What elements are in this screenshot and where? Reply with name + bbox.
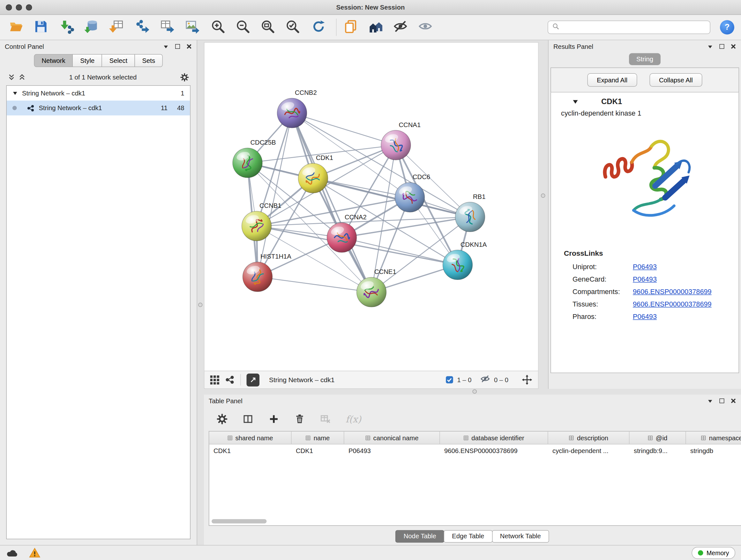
table-cell[interactable]: 9606.ENSP00000378699 bbox=[440, 447, 548, 455]
panel-close-button[interactable] bbox=[731, 44, 736, 50]
birds-eye-view-button[interactable] bbox=[210, 375, 219, 384]
tab-network[interactable]: Network bbox=[34, 54, 73, 67]
add-column-button[interactable] bbox=[268, 414, 280, 425]
collapse-section-icon[interactable] bbox=[572, 99, 578, 105]
tab-network-table[interactable]: Network Table bbox=[492, 530, 549, 543]
selected-checkbox[interactable] bbox=[446, 376, 453, 384]
column-header--id[interactable]: @id bbox=[630, 432, 686, 444]
crosslink-value[interactable]: P06493 bbox=[633, 313, 657, 320]
function-builder-button[interactable]: f(x) bbox=[346, 414, 361, 424]
column-header-description[interactable]: description bbox=[548, 432, 630, 444]
save-session-button[interactable] bbox=[31, 18, 50, 37]
help-button[interactable]: ? bbox=[720, 20, 734, 35]
column-header-canonical-name[interactable]: canonical name bbox=[344, 432, 440, 444]
splitter-knob[interactable] bbox=[198, 303, 203, 307]
table-cell[interactable]: stringdb bbox=[686, 447, 741, 455]
crosslink-value[interactable]: P06493 bbox=[633, 275, 657, 283]
table-hscrollbar[interactable] bbox=[212, 519, 737, 523]
tab-sets[interactable]: Sets bbox=[135, 54, 163, 67]
export-view-button[interactable] bbox=[247, 373, 260, 386]
network-canvas[interactable]: CCNB2CCNA1CDC25BCDK1CDC6RB1CCNB1CCNA2CDK… bbox=[204, 42, 539, 371]
panel-float-button[interactable] bbox=[720, 44, 724, 49]
network-options-gear-button[interactable] bbox=[180, 72, 189, 82]
table-cell[interactable]: cyclin-dependent ... bbox=[548, 447, 630, 455]
memory-button[interactable]: Memory bbox=[692, 547, 735, 559]
network-edge[interactable] bbox=[342, 238, 458, 265]
table-cell[interactable]: CDK1 bbox=[209, 447, 292, 455]
zoom-selected-button[interactable] bbox=[283, 18, 301, 37]
expand-all-networks-button[interactable] bbox=[18, 73, 26, 81]
column-header-shared-name[interactable]: shared name bbox=[209, 432, 292, 444]
column-header-database-identifier[interactable]: database identifier bbox=[440, 432, 548, 444]
tree-expand-icon[interactable] bbox=[12, 91, 18, 96]
zoom-in-button[interactable] bbox=[209, 18, 227, 37]
collapse-all-button[interactable]: Collapse All bbox=[650, 73, 702, 87]
tab-node-table[interactable]: Node Table bbox=[395, 530, 444, 543]
panel-float-button[interactable] bbox=[175, 44, 180, 49]
export-table-button[interactable] bbox=[158, 18, 176, 37]
cloud-button[interactable] bbox=[6, 547, 18, 559]
delete-column-button[interactable] bbox=[294, 414, 306, 425]
panel-float-button[interactable] bbox=[720, 398, 724, 403]
network-row[interactable]: String Network – cdk1 11 48 bbox=[7, 101, 190, 116]
network-options-button[interactable] bbox=[225, 375, 234, 385]
apply-layout-button[interactable] bbox=[309, 18, 327, 37]
collapse-all-networks-button[interactable] bbox=[8, 73, 15, 81]
open-session-button[interactable] bbox=[7, 18, 25, 37]
panel-close-button[interactable] bbox=[186, 44, 192, 50]
copy-document-button[interactable] bbox=[341, 18, 360, 37]
network-node-ccnb1[interactable]: CCNB1 bbox=[242, 202, 281, 241]
network-node-cdkn1a[interactable]: CDKN1A bbox=[443, 241, 487, 280]
network-node-ccna1[interactable]: CCNA1 bbox=[381, 121, 421, 160]
warning-button[interactable] bbox=[29, 547, 41, 559]
pan-tool-button[interactable] bbox=[522, 374, 532, 385]
tab-edge-table[interactable]: Edge Table bbox=[444, 530, 492, 543]
tab-select[interactable]: Select bbox=[102, 54, 135, 67]
delete-table-button[interactable] bbox=[320, 414, 331, 425]
scrollbar-thumb[interactable] bbox=[212, 519, 267, 523]
column-header-name[interactable]: name bbox=[292, 432, 344, 444]
bottom-splitter[interactable] bbox=[204, 389, 741, 395]
panel-menu-button[interactable] bbox=[707, 398, 714, 404]
zoom-out-button[interactable] bbox=[233, 18, 252, 37]
zoom-fit-button[interactable] bbox=[259, 18, 277, 37]
crosslink-value[interactable]: 9606.ENSP00000378699 bbox=[633, 300, 712, 308]
splitter-knob[interactable] bbox=[473, 389, 477, 394]
splitter-knob[interactable] bbox=[541, 193, 545, 198]
column-header-namespace[interactable]: namespace bbox=[686, 432, 741, 444]
table-cell[interactable]: stringdb:9... bbox=[630, 447, 686, 455]
panel-close-button[interactable] bbox=[731, 398, 736, 404]
table-cell[interactable]: P06493 bbox=[344, 447, 440, 455]
network-node-cdc25b[interactable]: CDC25B bbox=[232, 139, 276, 178]
right-splitter[interactable] bbox=[539, 40, 548, 389]
import-network-database-button[interactable] bbox=[82, 18, 100, 37]
expand-all-button[interactable]: Expand All bbox=[587, 73, 637, 87]
table-settings-button[interactable] bbox=[216, 414, 228, 425]
tab-style[interactable]: Style bbox=[72, 54, 102, 67]
export-network-button[interactable] bbox=[133, 18, 151, 37]
network-collection-row[interactable]: String Network – cdk1 1 bbox=[7, 86, 190, 101]
network-edge[interactable] bbox=[258, 277, 372, 292]
import-table-button[interactable] bbox=[107, 18, 125, 37]
export-image-button[interactable] bbox=[183, 18, 201, 37]
network-edge[interactable] bbox=[292, 113, 396, 145]
network-node-hist1h1a[interactable]: HIST1H1A bbox=[243, 253, 292, 292]
import-network-file-button[interactable] bbox=[57, 18, 76, 37]
home-button[interactable] bbox=[366, 18, 385, 37]
show-graphics-details-button[interactable] bbox=[416, 18, 434, 37]
crosslink-value[interactable]: 9606.ENSP00000378699 bbox=[633, 288, 712, 296]
crosslink-value[interactable]: P06493 bbox=[633, 263, 657, 271]
left-splitter[interactable] bbox=[197, 40, 204, 545]
network-edge[interactable] bbox=[292, 113, 372, 292]
show-columns-button[interactable] bbox=[242, 414, 254, 425]
panel-menu-button[interactable] bbox=[163, 44, 169, 50]
tab-string[interactable]: String bbox=[629, 53, 661, 65]
table-cell[interactable]: CDK1 bbox=[292, 447, 344, 455]
panel-menu-button[interactable] bbox=[707, 44, 714, 50]
hide-graphics-details-button[interactable] bbox=[391, 18, 409, 37]
table-row[interactable]: CDK1CDK1P064939606.ENSP00000378699cyclin… bbox=[209, 444, 741, 457]
network-edge[interactable] bbox=[258, 113, 292, 277]
network-node-rb1[interactable]: RB1 bbox=[455, 193, 486, 232]
search-input[interactable] bbox=[562, 23, 706, 31]
network-node-ccnb2[interactable]: CCNB2 bbox=[277, 89, 317, 128]
